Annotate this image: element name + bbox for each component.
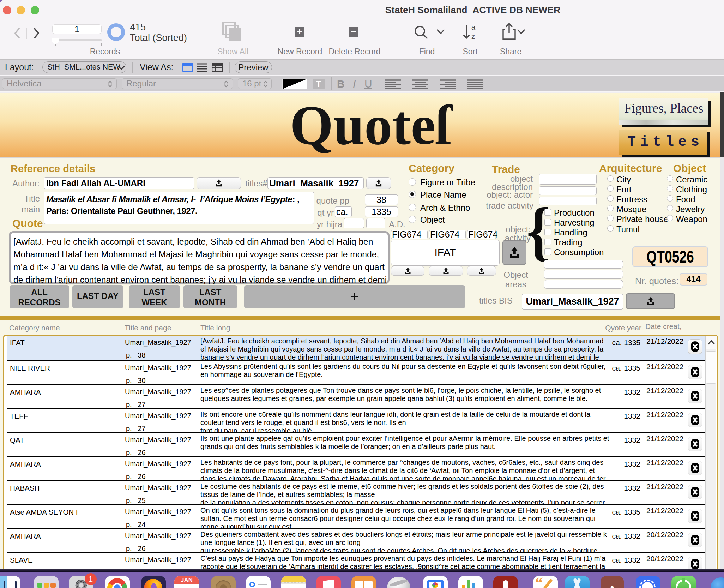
svg-text:a: a bbox=[471, 23, 476, 31]
svg-text:z: z bbox=[471, 32, 475, 40]
